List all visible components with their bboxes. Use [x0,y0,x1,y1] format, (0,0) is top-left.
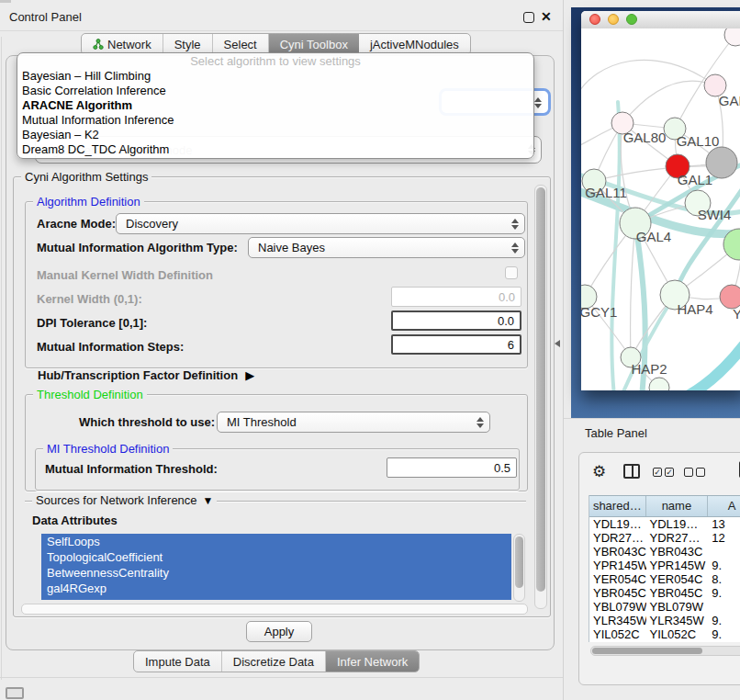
settings-scrollbar[interactable] [534,185,547,609]
network-node[interactable] [706,147,737,178]
aracne-mode-label: Aracne Mode: [37,217,116,231]
mi-threshold-definition-title: MI Threshold Definition [43,442,173,456]
network-node[interactable] [649,378,669,390]
table-row[interactable]: YBR043CYBR043C [589,545,740,559]
table-row[interactable]: YER054CYER054C8. [589,572,740,586]
table-row[interactable]: YDL19…YDL19…13 [589,517,740,531]
mi-threshold-value: 0.5 [494,461,510,475]
node-label: GAL1 [678,172,712,187]
tab-cyni-toolbox[interactable]: Cyni Toolbox [269,34,359,54]
control-panel: Control Panel ✕ Network Style Select Cyn… [0,0,564,700]
tab-infer-network[interactable]: Infer Network [326,651,419,672]
network-window-titlebar[interactable] [581,11,740,29]
zoom-window-icon[interactable] [626,14,637,25]
dpi-tolerance-field[interactable]: 0.0 [391,310,521,331]
minimize-window-icon[interactable] [608,14,619,25]
mi-steps-field[interactable]: 6 [391,334,521,355]
table-row[interactable]: YPR145WYPR145W9. [589,559,740,572]
manual-kernel-checkbox[interactable] [505,266,518,279]
deselect-all-icon[interactable] [684,468,705,477]
combo-stepper-icon [510,219,521,230]
table-row[interactable]: YBR045CYBR045C9. [589,586,740,600]
tab-impute-data[interactable]: Impute Data [134,651,222,672]
column-header-clipped[interactable]: A [708,496,740,516]
tab-jactivemnodules[interactable]: jActiveMNodules [359,34,470,54]
node-label: Y [733,306,740,322]
attributes-scrollbar[interactable] [513,534,525,602]
algorithm-option[interactable]: Mutual Information Inference [17,113,533,128]
tab-label: Infer Network [337,655,408,669]
mi-algorithm-type-combo[interactable]: Naive Bayes [248,237,525,258]
table-row[interactable]: YDR27…YDR27…12 [589,531,740,545]
table-hscrollbar-thumb[interactable] [592,648,702,654]
tab-label: jActiveMNodules [370,38,459,51]
select-all-icon[interactable]: ✓ ✓ [653,468,674,477]
column-header-name[interactable]: name [646,496,709,516]
table-row[interactable]: YLR345WYLR345W9. [589,614,740,627]
which-threshold-label: Which threshold to use: [79,415,215,429]
attribute-item[interactable]: gal4RGexp [41,581,511,596]
tab-style[interactable]: Style [163,34,213,54]
threshold-definition-section: Threshold Definition Which threshold to … [25,394,528,491]
columns-icon[interactable] [623,464,640,479]
titlebar-divider [0,30,564,31]
data-attributes-list[interactable]: SelfLoopsTopologicalCoefficientBetweenne… [41,534,511,600]
aracne-mode-combo[interactable]: Discovery [116,213,525,234]
hub-definition-toggle[interactable]: Hub/Transcription Factor Definition ▶ [38,368,254,382]
data-attributes-label: Data Attributes [32,514,118,527]
network-node[interactable] [724,28,740,46]
kernel-width-value: 0.0 [499,290,515,304]
close-window-icon[interactable] [589,14,600,25]
algorithm-option[interactable]: Basic Correlation Inference [17,84,533,98]
mi-threshold-definition-section: MI Threshold Definition Mutual Informati… [35,448,520,491]
close-panel-icon[interactable]: ✕ [541,9,552,24]
panel-bottom-divider [0,677,564,678]
float-panel-icon[interactable] [523,12,534,23]
which-threshold-combo[interactable]: MI Threshold [217,412,490,433]
node-label: GAL10 [677,133,720,149]
table-cell: YBR045C [646,586,709,600]
sources-section-toggle[interactable]: Sources for Network Inference ▼ [32,493,217,507]
apply-button[interactable]: Apply [246,621,312,642]
algorithm-option[interactable]: Bayesian – Hill Climbing [17,69,533,84]
table-cell: 12 [708,531,740,545]
algorithm-option[interactable]: ARACNE Algorithm [17,98,533,113]
splitter-collapse-arrow-icon[interactable] [555,340,560,347]
tab-select[interactable]: Select [213,34,269,54]
attributes-hscrollbar[interactable] [21,604,528,615]
table-panel-title: Table Panel [585,426,647,440]
minimized-panel-icon[interactable] [6,687,24,699]
mi-threshold-field[interactable]: 0.5 [387,457,517,478]
table-cell: YLR345W [589,614,646,627]
attribute-item[interactable]: BetweennessCentrality [41,565,511,581]
combo-stepper-icon [475,417,486,428]
tab-label: Style [174,38,201,51]
node-label: SWI4 [698,207,732,222]
gear-icon[interactable]: ⚙ [592,462,606,481]
attribute-item[interactable]: SelfLoops [41,534,511,549]
algorithm-option[interactable]: Dream8 DC_TDC Algorithm [17,142,533,157]
table-cell: YBR045C [589,586,646,600]
table-cell: 13 [708,517,740,531]
table-row[interactable]: YIL052CYIL052C9. [589,627,740,640]
table-cell: YBR043C [589,545,646,559]
kernel-width-field[interactable]: 0.0 [391,287,521,307]
node-label: HAP2 [631,361,667,377]
table-row[interactable]: YBL079WYBL079W [589,600,740,614]
table-cell: YBR043C [646,545,709,559]
tab-label: Cyni Toolbox [280,38,348,51]
settings-scrollbar-thumb[interactable] [536,187,545,592]
aracne-mode-value: Discovery [126,217,510,231]
algorithm-option[interactable]: Bayesian – K2 [17,128,533,142]
network-canvas[interactable]: GAL2GAL80GAL10GAL1GAL11GAL4SWI4GCY1HAP4Y… [581,28,740,390]
threshold-definition-title: Threshold Definition [33,388,147,401]
table-cell: YER054C [646,572,709,586]
tab-network[interactable]: Network [82,34,163,54]
tab-discretize-data[interactable]: Discretize Data [222,651,326,672]
node-label: HAP4 [677,301,712,317]
table-hscrollbar[interactable] [590,646,740,656]
attribute-item[interactable]: TopologicalCoefficient [41,549,511,565]
tab-label: Discretize Data [233,655,314,669]
attributes-scrollbar-thumb[interactable] [515,536,523,588]
column-header-shared[interactable]: shared… [589,496,646,516]
